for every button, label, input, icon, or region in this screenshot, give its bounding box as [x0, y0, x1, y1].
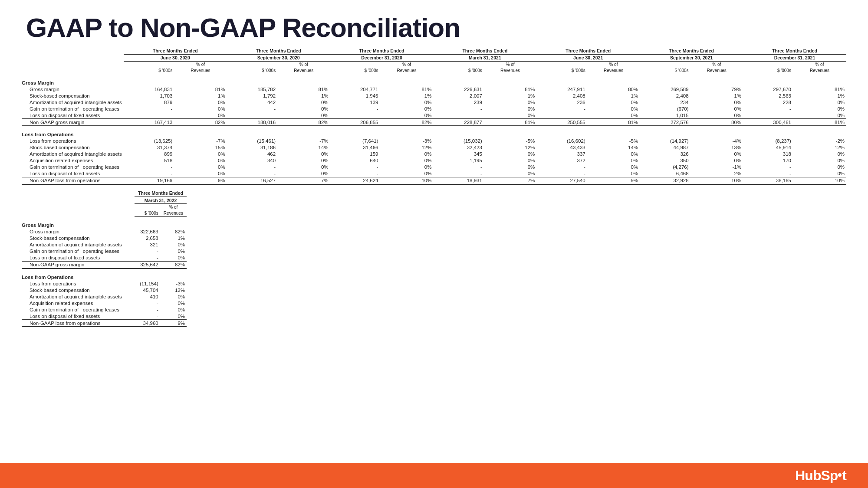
lower-reconciliation-table: Three Months Ended March 31, 2022 % of $…: [22, 190, 187, 328]
col7-period: Three Months Ended: [743, 47, 846, 54]
lower-loss-ops-header: Loss from Operations: [22, 272, 187, 281]
col5-date: June 30, 2021: [536, 54, 640, 61]
table-row: Stock-based compensation 45,70412%: [22, 287, 187, 293]
col6-period: Three Months Ended: [640, 47, 743, 54]
table-row: Gross margin 164,83181% 185,78281% 204,7…: [22, 86, 846, 92]
table-row: Gain on termination of operating leases …: [22, 306, 187, 313]
non-gaap-loss-ops-row: Non-GAAP loss from operations 19,1669% 1…: [22, 177, 846, 184]
footer-bar: HubSpt: [0, 463, 868, 488]
table-row: Gain on termination of operating leases …: [22, 164, 846, 170]
gross-margin-header-row: Gross Margin: [22, 78, 846, 86]
lower-table-container: Three Months Ended March 31, 2022 % of $…: [22, 190, 187, 328]
table-row: Loss from operations (13,625)-7% (15,461…: [22, 138, 846, 144]
table-row: Amortization of acquired intangible asse…: [22, 151, 846, 157]
hubspot-logo: HubSpt: [795, 468, 846, 484]
col1-period: Three Months Ended: [124, 47, 227, 54]
col4-date: March 31, 2021: [433, 54, 536, 61]
col6-date: September 30, 2021: [640, 54, 743, 61]
loss-ops-section-label: Loss from Operations: [22, 129, 124, 138]
table-row: Loss on disposal of fixed assets -0% -0%…: [22, 170, 846, 177]
table-row: Amortization of acquired intangible asse…: [22, 99, 846, 105]
col7-date: December 31, 2021: [743, 54, 846, 61]
table-row: Loss on disposal of fixed assets -0%: [22, 313, 187, 320]
lower-non-gaap-gross-margin-row: Non-GAAP gross margin 325,64282%: [22, 261, 187, 269]
non-gaap-gross-margin-row: Non-GAAP gross margin 167,41382% 188,016…: [22, 119, 846, 126]
table-row: Loss on disposal of fixed assets -0% -0%…: [22, 112, 846, 119]
col3-date: December 31, 2020: [330, 54, 434, 61]
col2-period: Three Months Ended: [227, 47, 330, 54]
main-reconciliation-table: Three Months Ended Three Months Ended Th…: [22, 47, 846, 185]
table-row: Stock-based compensation 31,37415% 31,18…: [22, 144, 846, 151]
content-area: Three Months Ended Three Months Ended Th…: [0, 47, 868, 327]
page-container: GAAP to Non-GAAP Reconciliation Three Mo…: [0, 0, 868, 488]
col3-period: Three Months Ended: [330, 47, 434, 54]
table-row: Loss on disposal of fixed assets -0%: [22, 255, 187, 262]
col8-date: March 31, 2022: [135, 197, 187, 204]
loss-ops-header-row: Loss from Operations: [22, 129, 846, 138]
table-row: Loss from operations (11,154)-3%: [22, 280, 187, 287]
table-row: Gross margin 322,66382%: [22, 229, 187, 235]
table-row: Acquisition related expenses 5180% 3400%…: [22, 157, 846, 164]
table-row: Acquisition related expenses -0%: [22, 300, 187, 306]
table-row: Gain on termination of operating leases …: [22, 105, 846, 112]
table-row: Gain on termination of operating leases …: [22, 248, 187, 255]
col8-period: Three Months Ended: [135, 190, 187, 197]
lower-non-gaap-loss-ops-row: Non-GAAP loss from operations 34,9609%: [22, 320, 187, 327]
table-row: Stock-based compensation 2,6581%: [22, 235, 187, 242]
col2-date: September 30, 2020: [227, 54, 330, 61]
col1-date: June 30, 2020: [124, 54, 227, 61]
table-row: Stock-based compensation 1,7031% 1,7921%…: [22, 92, 846, 99]
table-row: Amortization of acquired intangible asse…: [22, 242, 187, 248]
lower-gross-margin-header: Gross Margin: [22, 220, 187, 229]
page-title: GAAP to Non-GAAP Reconciliation: [0, 0, 868, 47]
col5-period: Three Months Ended: [536, 47, 640, 54]
table-row: Amortization of acquired intangible asse…: [22, 293, 187, 300]
gross-margin-section-label: Gross Margin: [22, 78, 124, 86]
col4-period: Three Months Ended: [433, 47, 536, 54]
